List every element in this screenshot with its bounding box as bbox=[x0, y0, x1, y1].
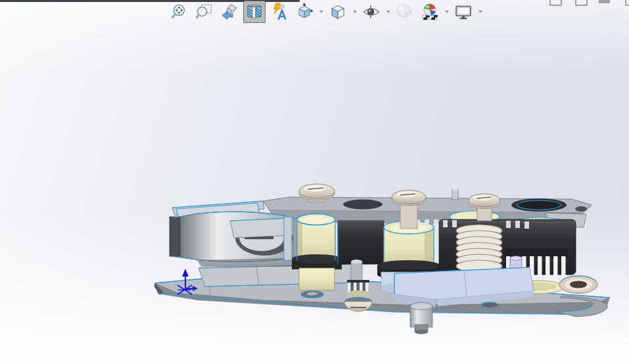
coil-spring bbox=[456, 225, 502, 272]
bearing-ring[interactable] bbox=[559, 276, 597, 294]
model-canvas bbox=[0, 0, 629, 364]
graphics-viewport[interactable] bbox=[0, 0, 629, 364]
